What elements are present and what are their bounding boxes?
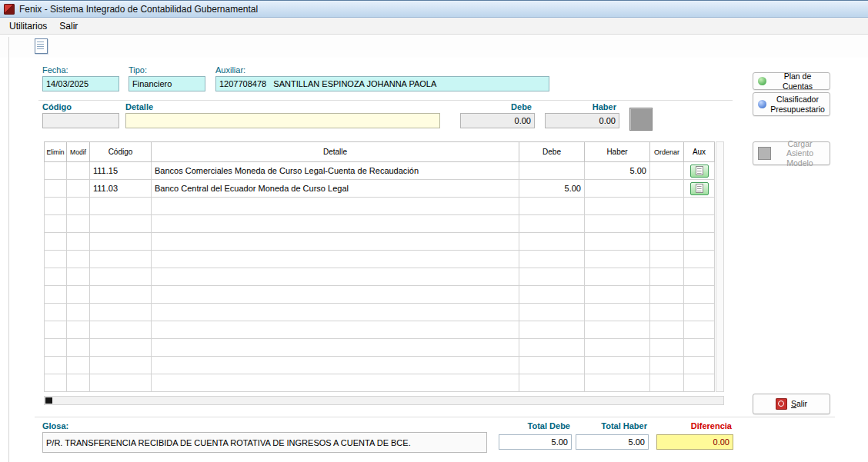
- empty-cell: [650, 304, 684, 321]
- empty-cell: [684, 374, 715, 392]
- cell-ordenar: [650, 162, 684, 180]
- cell-modif[interactable]: [67, 180, 90, 198]
- col-header-codigo: Código: [90, 142, 152, 162]
- empty-cell: [519, 286, 585, 304]
- table-row-empty: [45, 251, 715, 268]
- fecha-label: Fecha:: [42, 65, 68, 75]
- menu-salir[interactable]: Salir: [53, 19, 84, 33]
- empty-cell: [585, 357, 650, 374]
- empty-cell: [90, 321, 152, 339]
- empty-cell: [585, 198, 650, 215]
- empty-cell: [519, 339, 585, 357]
- empty-cell: [152, 304, 519, 321]
- empty-cell: [585, 215, 650, 233]
- col-header-detalle: Detalle: [152, 142, 519, 162]
- empty-cell: [684, 304, 715, 321]
- detalle-entry-input[interactable]: [125, 113, 440, 128]
- empty-cell: [684, 321, 715, 339]
- empty-cell: [585, 339, 650, 357]
- empty-cell: [684, 198, 715, 215]
- empty-cell: [519, 374, 585, 392]
- empty-cell: [650, 321, 684, 339]
- clasificador-presupuestario-button[interactable]: Clasificador Presupuestario: [753, 92, 830, 116]
- empty-cell: [152, 233, 519, 251]
- empty-cell: [519, 304, 585, 321]
- empty-cell: [90, 339, 152, 357]
- salir-rest: alir: [796, 399, 807, 408]
- empty-cell: [152, 198, 519, 215]
- empty-cell: [684, 215, 715, 233]
- empty-cell: [650, 339, 684, 357]
- empty-cell: [519, 215, 585, 233]
- empty-cell: [90, 198, 152, 215]
- empty-cell: [152, 286, 519, 304]
- empty-cell: [45, 339, 67, 357]
- cell-ordenar: [650, 180, 684, 198]
- empty-cell: [67, 374, 90, 392]
- debe-entry-label: Debe: [460, 102, 532, 111]
- glosa-input[interactable]: [42, 432, 487, 453]
- titlebar: Fenix - Sistema Integrado de Contabilida…: [0, 1, 868, 18]
- window-title: Fenix - Sistema Integrado de Contabilida…: [19, 4, 258, 15]
- app-icon: [4, 4, 15, 15]
- table-row[interactable]: 111.15 Bancos Comerciales Moneda de Curs…: [45, 162, 715, 180]
- empty-cell: [585, 233, 650, 251]
- cell-modif[interactable]: [67, 162, 90, 180]
- empty-cell: [45, 233, 67, 251]
- toolbar: [0, 35, 868, 58]
- tipo-input[interactable]: [129, 76, 205, 91]
- empty-cell: [650, 374, 684, 392]
- add-entry-button[interactable]: [629, 108, 653, 131]
- empty-cell: [684, 268, 715, 286]
- new-document-icon[interactable]: [35, 38, 48, 54]
- aux-button[interactable]: [690, 182, 709, 195]
- blue-sphere-icon: [758, 100, 766, 108]
- cargar-asiento-modelo-button[interactable]: Cargar Asiento Modelo: [753, 141, 830, 165]
- cell-elimin[interactable]: [45, 180, 67, 198]
- codigo-entry-input[interactable]: [42, 113, 119, 128]
- empty-cell: [67, 286, 90, 304]
- empty-cell: [519, 357, 585, 374]
- aux-button[interactable]: [690, 165, 709, 178]
- table-row[interactable]: 111.03 Banco Central del Ecuador Moneda …: [45, 180, 715, 198]
- cell-elimin[interactable]: [45, 162, 67, 180]
- empty-cell: [519, 268, 585, 286]
- empty-cell: [684, 339, 715, 357]
- empty-cell: [585, 304, 650, 321]
- empty-cell: [45, 215, 67, 233]
- empty-cell: [45, 198, 67, 215]
- fecha-input[interactable]: [42, 76, 119, 91]
- empty-cell: [45, 304, 67, 321]
- total-haber-label: Total Haber: [576, 421, 647, 430]
- table-row-empty: [45, 374, 715, 392]
- empty-cell: [650, 251, 684, 268]
- grid-hscrollbar[interactable]: [44, 396, 724, 405]
- empty-cell: [45, 374, 67, 392]
- auxiliar-input[interactable]: [215, 76, 549, 91]
- debe-entry-input[interactable]: [460, 113, 535, 128]
- plan-de-cuentas-label: Plan de Cuentas: [770, 71, 825, 90]
- clasificador-label: Clasificador Presupuestario: [770, 95, 825, 113]
- tipo-label: Tipo:: [129, 65, 147, 75]
- entries-grid: Elimin Modif Código Detalle Debe Haber O…: [44, 141, 715, 392]
- haber-entry-label: Haber: [545, 102, 616, 111]
- haber-entry-input[interactable]: [545, 113, 619, 128]
- empty-cell: [519, 251, 585, 268]
- diferencia-label: Diferencia: [656, 421, 732, 430]
- document-icon: [696, 166, 703, 175]
- empty-cell: [90, 304, 152, 321]
- col-header-haber: Haber: [585, 142, 650, 162]
- menu-utilitarios[interactable]: Utilitarios: [3, 19, 53, 33]
- empty-cell: [152, 215, 519, 233]
- plan-de-cuentas-button[interactable]: Plan de Cuentas: [753, 72, 830, 90]
- salir-button[interactable]: Salir: [753, 394, 830, 414]
- grid-vscrollbar[interactable]: [716, 141, 724, 392]
- table-row-empty: [45, 233, 715, 251]
- table-row-empty: [45, 339, 715, 357]
- empty-cell: [90, 268, 152, 286]
- empty-cell: [585, 251, 650, 268]
- cargar-line1: Cargar Asiento: [786, 139, 813, 158]
- hscrollbar-thumb[interactable]: [45, 397, 52, 404]
- empty-cell: [67, 304, 90, 321]
- col-header-debe: Debe: [519, 142, 585, 162]
